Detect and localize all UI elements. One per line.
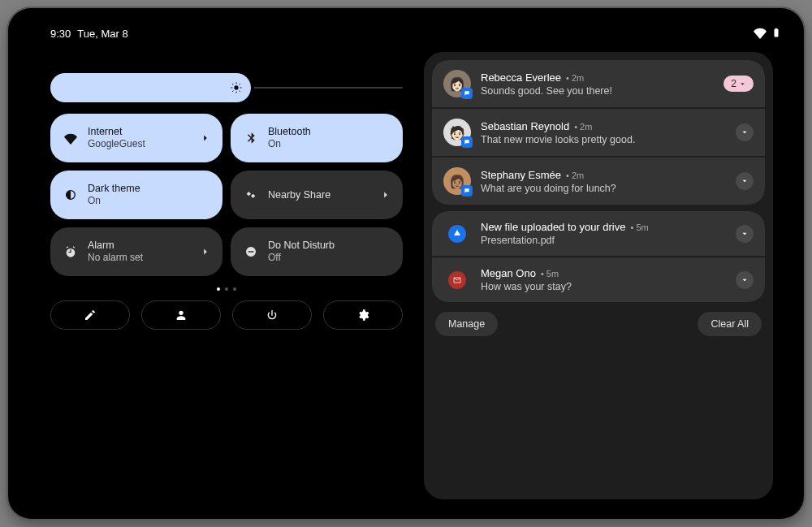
status-left: 9:30 Tue, Mar 8 (50, 28, 128, 40)
pencil-icon (84, 309, 97, 322)
messages-app-badge-icon (461, 136, 473, 148)
user-button[interactable] (141, 300, 221, 330)
notif-title: Rebecca Everlee (481, 71, 561, 84)
nearby-share-icon (242, 188, 260, 201)
notif-time: • 5m (541, 269, 559, 279)
power-icon (266, 309, 279, 322)
brightness-icon (228, 80, 244, 96)
clear-all-button[interactable]: Clear All (698, 312, 762, 336)
manage-button[interactable]: Manage (435, 312, 498, 336)
drive-app-icon (448, 225, 466, 243)
notif-time: • 2m (574, 122, 592, 132)
tile-nearby-share[interactable]: Nearby Share (231, 171, 403, 219)
tile-title: Dark theme (88, 183, 211, 195)
settings-button[interactable] (323, 300, 403, 330)
notif-text: Presentation.pdf (481, 235, 726, 246)
tile-sub: GoogleGuest (88, 138, 200, 149)
svg-point-0 (234, 85, 238, 89)
svg-line-6 (240, 91, 240, 92)
pager-dot (225, 287, 228, 291)
chevron-down-icon (741, 177, 749, 185)
notif-count-expand[interactable]: 2 (723, 76, 754, 92)
tile-title: Bluetooth (268, 126, 391, 138)
tile-internet[interactable]: Internet GoogleGuest (50, 114, 222, 162)
pager-dot (217, 287, 220, 291)
pager-dots (50, 287, 403, 291)
edit-button[interactable] (50, 300, 130, 330)
wifi-icon (62, 132, 80, 145)
status-date: Tue, Mar 8 (77, 28, 127, 40)
notif-expand[interactable] (736, 271, 754, 289)
notif-expand[interactable] (736, 225, 754, 243)
user-icon (175, 309, 188, 322)
gear-icon (356, 309, 369, 322)
qs-footer-buttons (50, 300, 403, 330)
tile-title: Do Not Disturb (268, 240, 391, 252)
chevron-down-icon (741, 230, 749, 238)
notif-expand[interactable] (736, 172, 754, 190)
notif-title: Megan Ono (481, 267, 536, 279)
other-notifs-group: New file uploaded to your drive • 5m Pre… (432, 211, 765, 302)
tile-title: Internet (88, 126, 200, 138)
notification-item[interactable]: 👩🏽 Stephany Esmée • 2m What are you doin… (432, 158, 765, 205)
notification-item[interactable]: 🧑🏻 Sebastian Reynold • 2m That new movie… (432, 109, 765, 156)
chevron-down-icon (741, 276, 749, 284)
notification-item[interactable]: 👩🏻 Rebecca Everlee • 2m Sounds good. See… (432, 60, 765, 107)
notif-title: New file uploaded to your drive (481, 221, 626, 233)
messages-app-badge-icon (461, 185, 473, 197)
notif-actions: Manage Clear All (432, 309, 765, 336)
tile-do-not-disturb[interactable]: Do Not Disturb Off (231, 227, 403, 276)
battery-status-icon (771, 26, 781, 41)
wifi-status-icon (754, 26, 767, 41)
svg-line-7 (232, 91, 233, 92)
notification-item[interactable]: New file uploaded to your drive • 5m Pre… (432, 211, 765, 256)
do-not-disturb-icon (242, 245, 260, 258)
messages-app-badge-icon (461, 88, 473, 99)
chevron-right-icon[interactable] (200, 245, 211, 258)
avatar: 👩🏻 (443, 70, 471, 97)
qs-tiles: Internet GoogleGuest Bluetooth On (50, 114, 403, 276)
conversations-group: 👩🏻 Rebecca Everlee • 2m Sounds good. See… (432, 60, 765, 205)
notification-item[interactable]: Megan Ono • 5m How was your stay? (432, 257, 765, 302)
status-time: 9:30 (50, 28, 71, 40)
notif-text: How was your stay? (481, 281, 726, 292)
notif-text: That new movie looks pretty good. (481, 134, 726, 145)
brightness-slider[interactable] (50, 73, 403, 102)
tile-dark-theme[interactable]: Dark theme On (50, 171, 222, 219)
avatar: 🧑🏻 (443, 119, 471, 146)
svg-line-5 (232, 84, 233, 84)
tile-alarm[interactable]: Alarm No alarm set (50, 227, 222, 276)
chevron-down-icon (741, 128, 749, 136)
tile-sub: Off (268, 252, 391, 263)
tile-sub: On (88, 195, 211, 206)
notif-text: What are you doing for lunch? (481, 183, 726, 194)
notif-title: Stephany Esmée (481, 169, 561, 181)
bluetooth-icon (242, 132, 260, 145)
avatar: 👩🏽 (443, 167, 471, 195)
notif-time: • 5m (631, 222, 649, 232)
chevron-down-icon (739, 80, 746, 88)
status-bar: 9:30 Tue, Mar 8 (50, 26, 781, 41)
gmail-app-icon (448, 271, 466, 289)
notif-time: • 2m (566, 73, 584, 83)
chevron-right-icon[interactable] (200, 132, 211, 145)
tile-sub: No alarm set (88, 252, 200, 263)
notifications-panel: 👩🏻 Rebecca Everlee • 2m Sounds good. See… (424, 52, 773, 499)
power-button[interactable] (232, 300, 312, 330)
chevron-right-icon[interactable] (380, 188, 391, 201)
notif-title: Sebastian Reynold (481, 120, 569, 132)
pager-dot (233, 287, 236, 291)
tile-bluetooth[interactable]: Bluetooth On (231, 114, 403, 162)
tile-title: Nearby Share (268, 189, 380, 201)
status-right (754, 26, 781, 41)
tile-title: Alarm (88, 240, 200, 252)
brightness-track[interactable] (254, 87, 403, 89)
notif-time: • 2m (566, 171, 584, 180)
tile-sub: On (268, 138, 391, 149)
notif-expand[interactable] (736, 123, 754, 141)
notif-text: Sounds good. See you there! (481, 85, 714, 97)
quick-settings-panel: Internet GoogleGuest Bluetooth On (50, 52, 403, 499)
contrast-icon (62, 188, 80, 201)
svg-line-8 (240, 84, 240, 84)
alarm-icon (62, 245, 80, 258)
